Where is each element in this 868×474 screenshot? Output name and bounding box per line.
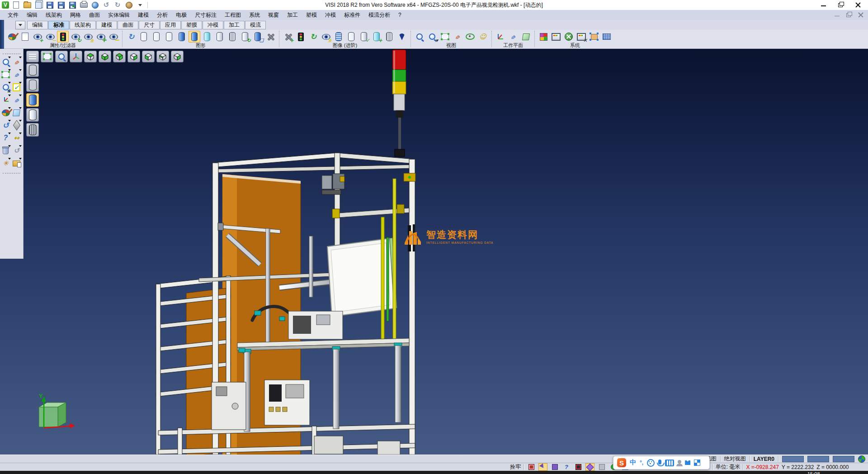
filter-traffic-light-icon[interactable] xyxy=(57,31,69,43)
lock-label[interactable]: 拴牢 xyxy=(510,463,521,471)
shade-flat-icon[interactable] xyxy=(214,31,226,43)
render-flat-icon[interactable] xyxy=(26,108,39,122)
shade-solid-icon[interactable] xyxy=(176,31,188,43)
graphics-settings-icon[interactable] xyxy=(264,31,276,43)
save-icon[interactable] xyxy=(46,1,54,9)
menu-item-help[interactable]: ? xyxy=(394,11,406,19)
microphone-icon[interactable] xyxy=(658,460,661,465)
menu-item-wireframe[interactable]: 线架构 xyxy=(42,10,66,20)
recent-files-icon[interactable] xyxy=(125,1,133,9)
orbit-view-icon[interactable] xyxy=(464,31,476,43)
outline-cylinder-icon[interactable] xyxy=(345,31,357,43)
shade-wireframe-icon[interactable] xyxy=(138,31,150,43)
show-all-icon[interactable]: + xyxy=(95,31,107,43)
tab-modeling[interactable]: 建模 xyxy=(96,21,117,29)
ime-language-toggle[interactable]: 中 xyxy=(630,459,636,467)
menu-item-die[interactable]: 冲模 xyxy=(321,10,340,20)
dock-grip[interactable] xyxy=(3,173,20,174)
advanced-tools-icon[interactable]: + xyxy=(282,31,294,43)
preview-icon[interactable] xyxy=(91,1,99,9)
ime-toolbox-icon[interactable] xyxy=(694,460,700,466)
shade-hidden-line-icon[interactable] xyxy=(151,31,162,43)
solid-snap-icon[interactable] xyxy=(597,463,606,471)
menu-item-dimension[interactable]: 尺寸标注 xyxy=(191,10,221,20)
print-icon[interactable] xyxy=(80,1,88,9)
import-icon[interactable] xyxy=(34,1,42,9)
measure-view-icon[interactable]: ✎ xyxy=(452,31,463,43)
color-grid-icon[interactable] xyxy=(538,31,549,43)
left-view-icon[interactable] xyxy=(156,51,169,62)
sogou-logo-icon[interactable]: S xyxy=(617,458,626,467)
section-cylinder-icon[interactable] xyxy=(333,31,344,43)
skin-icon[interactable] xyxy=(685,460,690,465)
tab-flow[interactable]: 模流 xyxy=(245,21,266,29)
shade-dashed-icon[interactable] xyxy=(163,31,175,43)
menu-item-standard-parts[interactable]: 标准件 xyxy=(340,10,364,20)
show-add-icon[interactable]: + xyxy=(32,31,43,43)
minimize-button[interactable] xyxy=(821,3,826,7)
advanced-toggle-icon[interactable]: ± xyxy=(320,31,332,43)
redo-icon[interactable]: ↻ xyxy=(113,1,122,9)
zoom-scene-icon[interactable] xyxy=(414,31,425,43)
verify-cylinder-icon[interactable]: ✓ xyxy=(358,31,370,43)
entity-box-icon[interactable] xyxy=(550,463,559,471)
menu-item-window[interactable]: 视窗 xyxy=(264,10,283,20)
shade-clip-icon[interactable] xyxy=(226,31,238,43)
menu-item-solid-edit[interactable]: 实体编辑 xyxy=(104,10,134,20)
open-file-icon[interactable] xyxy=(23,1,31,9)
save-as-icon[interactable] xyxy=(57,1,65,9)
menu-item-mesh[interactable]: 网格 xyxy=(66,10,85,20)
render-shaded-icon[interactable] xyxy=(26,93,39,107)
menu-item-edit[interactable]: 编辑 xyxy=(23,10,42,20)
regen-icon[interactable]: ↻ xyxy=(125,31,137,43)
ime-punctuation-toggle[interactable]: °, xyxy=(640,460,643,466)
tab-die[interactable]: 冲模 xyxy=(203,21,223,29)
render-hidden-line-icon[interactable] xyxy=(26,78,39,92)
globe-icon[interactable] xyxy=(858,455,865,463)
tab-wireframe[interactable]: 线架构 xyxy=(70,21,96,29)
menu-item-file[interactable]: 文件 xyxy=(4,10,23,20)
menu-item-electrode[interactable]: 电极 xyxy=(172,10,191,20)
move-axes-icon[interactable] xyxy=(1,95,11,105)
axis-view-icon[interactable] xyxy=(70,51,82,62)
workplane-plane-icon[interactable] xyxy=(520,31,532,43)
iso-view-icon[interactable] xyxy=(84,51,97,62)
shade-transparent-icon[interactable] xyxy=(201,31,213,43)
advanced-refresh-icon[interactable]: ↻ xyxy=(307,31,319,43)
refresh-visibility-icon[interactable]: ↻ xyxy=(70,31,81,43)
attributes-palette-icon[interactable] xyxy=(1,108,11,118)
toggle-visibility-icon[interactable]: ± xyxy=(82,31,94,43)
snap-grid-icon[interactable] xyxy=(527,463,536,471)
menu-item-mold[interactable]: 塑模 xyxy=(302,10,321,20)
paste-folder-icon[interactable] xyxy=(12,158,22,168)
undo-gray-icon[interactable]: ↺ xyxy=(12,146,22,156)
front-view-icon[interactable] xyxy=(127,51,140,62)
mdi-restore-button[interactable] xyxy=(846,13,852,17)
clip-cylinder-icon[interactable] xyxy=(383,31,395,43)
top-view-icon[interactable] xyxy=(99,51,111,62)
tab-surface[interactable]: 曲面 xyxy=(118,21,138,29)
advanced-filter-icon[interactable] xyxy=(295,31,307,43)
hide-remove-icon[interactable]: − xyxy=(44,31,56,43)
refresh-view-icon[interactable]: ↺ xyxy=(1,120,11,130)
new-file-icon[interactable] xyxy=(12,1,20,9)
zoom-plus-icon[interactable]: ± xyxy=(1,82,11,92)
menu-item-surface[interactable]: 曲面 xyxy=(85,10,104,20)
right-view-icon[interactable] xyxy=(171,51,184,62)
menu-item-flow-analysis[interactable]: 模流分析 xyxy=(364,10,394,20)
mdi-close-button[interactable] xyxy=(858,13,863,17)
workplane-edit-icon[interactable]: ✎ xyxy=(507,31,519,43)
layer-label[interactable]: LAYER0 xyxy=(754,456,774,462)
attribute-page-icon[interactable] xyxy=(19,31,31,43)
render-quality-icon[interactable]: ☺ xyxy=(477,31,489,43)
confirm-icon[interactable]: ✓ xyxy=(12,82,22,92)
system-tools-icon[interactable] xyxy=(563,31,575,43)
bottom-view-icon[interactable] xyxy=(113,51,126,62)
window-select-icon[interactable] xyxy=(1,70,11,80)
package-snap-icon[interactable] xyxy=(574,463,583,471)
cursor-snap-icon[interactable] xyxy=(538,463,547,471)
absolute-view-label[interactable]: 绝对视图 xyxy=(724,455,746,463)
cone-display-icon[interactable] xyxy=(396,31,408,43)
zoom-selection-icon[interactable]: ▾ xyxy=(426,31,438,43)
display-settings-icon[interactable] xyxy=(550,31,562,43)
